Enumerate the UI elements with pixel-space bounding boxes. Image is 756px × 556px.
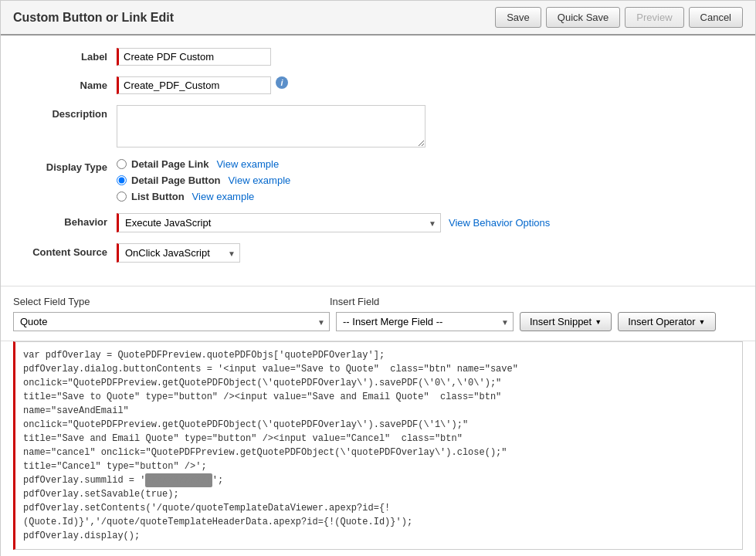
code-editor[interactable]: var pdfOverlay = QuotePDFPreview.quotePD…	[13, 341, 743, 550]
header-buttons: Save Quick Save Preview Cancel	[495, 7, 743, 28]
insert-snippet-button[interactable]: Insert Snippet ▼	[520, 312, 612, 331]
radio-detail-page-button[interactable]: Detail Page Button View example	[117, 175, 290, 186]
insert-merge-select-wrapper: -- Insert Merge Field -- ▼	[336, 312, 514, 331]
insert-operator-arrow: ▼	[699, 318, 706, 326]
list-button-example[interactable]: View example	[192, 191, 255, 202]
list-button-label: List Button	[131, 191, 185, 202]
radio-detail-page-button-input[interactable]	[117, 175, 127, 185]
label-input[interactable]	[117, 48, 271, 66]
name-row: Name i	[16, 76, 740, 94]
insert-snippet-arrow: ▼	[595, 318, 602, 326]
detail-page-button-example[interactable]: View example	[229, 175, 291, 186]
radio-group: Detail Page Link View example Detail Pag…	[117, 158, 290, 202]
behavior-row: Behavior Execute JavaScript Display in e…	[16, 213, 740, 232]
code-line9: title="Cancel" type="button" />';	[23, 461, 207, 472]
code-line3: onclick="QuotePDFPreview.getQuotePDFObje…	[23, 378, 501, 388]
preview-button[interactable]: Preview	[625, 7, 683, 28]
code-line8: name="cancel" onclick="QuotePDFPreview.g…	[23, 447, 507, 458]
code-line7: title="Save and Email Quote" type="butto…	[23, 433, 463, 444]
quick-save-button[interactable]: Quick Save	[546, 7, 620, 28]
code-line13: (Quote.Id)}','/quote/quoteTemplateHeader…	[23, 517, 412, 527]
behavior-controls: Execute JavaScript Display in existing w…	[117, 213, 550, 232]
content-source-label: Content Source	[16, 243, 117, 258]
field-selector-controls: Quote Account Contact ▼ -- Insert Merge …	[13, 312, 743, 331]
code-line14: pdfOverlay.display();	[23, 531, 140, 541]
code-line5: name="saveAndEmail"	[23, 405, 129, 416]
radio-list-button-input[interactable]	[117, 192, 127, 202]
code-redacted: XXXXXXXXXXXX	[145, 473, 212, 487]
insert-merge-select[interactable]: -- Insert Merge Field --	[336, 312, 514, 331]
code-line1: var pdfOverlay = QuotePDFPreview.quotePD…	[23, 350, 385, 361]
code-line4: title="Save to Quote" type="button" /><i…	[23, 392, 501, 402]
info-icon[interactable]: i	[276, 76, 288, 89]
field-type-select[interactable]: Quote Account Contact	[13, 312, 330, 331]
code-line12: pdfOverlay.setContents('/quote/quoteTemp…	[23, 503, 390, 514]
form-area: Label Name i Description Display Type De…	[1, 36, 755, 286]
behavior-select[interactable]: Execute JavaScript Display in existing w…	[117, 213, 441, 232]
description-row: Description	[16, 105, 740, 147]
behavior-select-wrapper: Execute JavaScript Display in existing w…	[117, 213, 441, 232]
radio-detail-page-link-input[interactable]	[117, 159, 127, 169]
view-behavior-options-link[interactable]: View Behavior Options	[449, 217, 550, 229]
field-selector-area: Select Field Type Insert Field Quote Acc…	[1, 286, 755, 341]
content-source-select[interactable]: OnClick JavaScript URL Custom Code	[117, 243, 240, 263]
detail-page-button-label: Detail Page Button	[131, 175, 221, 186]
display-type-label: Display Type	[16, 158, 117, 173]
behavior-label: Behavior	[16, 213, 117, 228]
page-title: Custom Button or Link Edit	[13, 11, 174, 25]
field-type-label: Select Field Type	[13, 296, 330, 307]
field-type-select-wrapper: Quote Account Contact ▼	[13, 312, 330, 331]
name-input[interactable]	[117, 76, 271, 94]
name-field-label: Name	[16, 76, 117, 91]
content-source-select-wrapper: OnClick JavaScript URL Custom Code ▼	[117, 243, 240, 263]
label-row: Label	[16, 48, 740, 66]
code-line10-end: ';	[212, 475, 223, 486]
detail-page-link-example[interactable]: View example	[216, 158, 279, 170]
insert-field-label: Insert Field	[330, 296, 379, 307]
display-type-row: Display Type Detail Page Link View examp…	[16, 158, 740, 202]
detail-page-link-label: Detail Page Link	[131, 158, 208, 170]
label-field-label: Label	[16, 48, 117, 63]
save-button[interactable]: Save	[495, 7, 541, 28]
description-textarea[interactable]	[117, 105, 425, 147]
description-field-label: Description	[16, 105, 117, 120]
header: Custom Button or Link Edit Save Quick Sa…	[1, 1, 755, 36]
code-line2: pdfOverlay.dialog.buttonContents = '<inp…	[23, 364, 518, 375]
field-selector-labels: Select Field Type Insert Field	[13, 296, 743, 307]
code-line6: onclick="QuotePDFPreview.getQuotePDFObje…	[23, 419, 468, 430]
content-source-row: Content Source OnClick JavaScript URL Cu…	[16, 243, 740, 263]
insert-operator-button[interactable]: Insert Operator ▼	[618, 312, 715, 331]
radio-detail-page-link[interactable]: Detail Page Link View example	[117, 158, 290, 170]
page-wrapper: Custom Button or Link Edit Save Quick Sa…	[0, 0, 756, 556]
radio-list-button[interactable]: List Button View example	[117, 191, 290, 202]
cancel-button[interactable]: Cancel	[689, 7, 743, 28]
code-line11: pdfOverlay.setSavable(true);	[23, 489, 179, 500]
code-line10-prefix: pdfOverlay.summlid = '	[23, 475, 145, 486]
